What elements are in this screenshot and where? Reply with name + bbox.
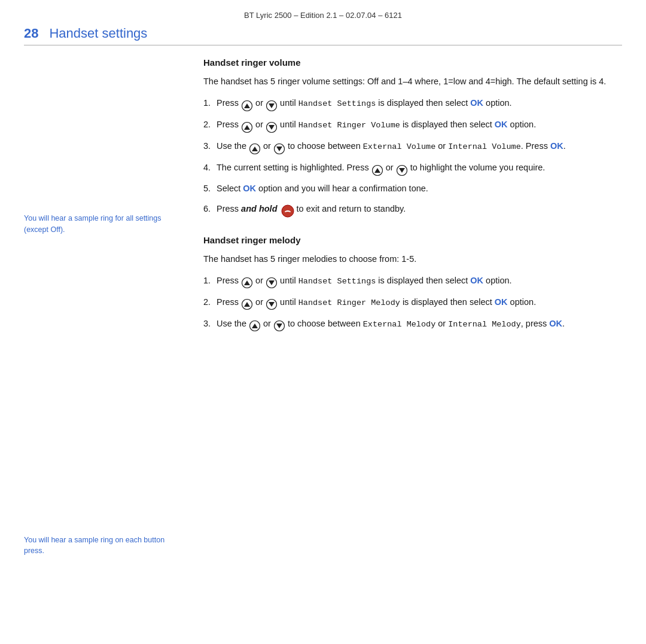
up-arrow-icon [242,99,252,109]
step-rv-3: 3. Use the or to choose between External… [203,139,622,154]
main-content: Handset ringer volume The handset has 5 … [191,45,646,557]
step-rv-5: 5. Select OK option and you will hear a … [203,182,622,195]
up-arrow-icon [249,141,260,152]
up-arrow-icon [249,319,260,329]
step-rv-6: 6. Press and hold to exit and return to … [203,202,622,215]
step-rm-3: 3. Use the or to choose between External… [203,317,622,331]
up-arrow-icon [242,297,252,308]
ringer-melody-title: Handset ringer melody [203,235,622,245]
down-arrow-icon [266,297,277,308]
section-title: Handset settings [49,26,147,41]
step-rv-4: 4. The current setting is highlighted. P… [203,161,622,174]
ringer-volume-section: Handset ringer volume The handset has 5 … [203,57,622,216]
down-arrow-icon [397,163,407,173]
sidebar-note-2: You will hear a sample ring on each butt… [24,535,179,557]
end-call-icon [281,203,293,215]
up-arrow-icon [242,120,252,131]
ringer-volume-steps: 1. Press or until Handset Settings is di… [203,96,622,215]
down-arrow-icon [266,120,277,131]
ringer-melody-steps: 1. Press or until Handset Settings is di… [203,274,622,331]
page-header: BT Lyric 2500 – Edition 2.1 – 02.07.04 –… [0,0,646,26]
ringer-melody-desc: The handset has 5 ringer melodies to cho… [203,252,622,265]
section-number: 28 [24,26,38,41]
sidebar: You will hear a sample ring for all sett… [0,45,191,557]
up-arrow-icon [372,163,383,173]
ringer-volume-desc: The handset has 5 ringer volume settings… [203,75,622,88]
down-arrow-icon [274,141,285,152]
down-arrow-icon [266,99,277,109]
down-arrow-icon [274,319,285,329]
step-rv-1: 1. Press or until Handset Settings is di… [203,96,622,111]
step-rm-1: 1. Press or until Handset Settings is di… [203,274,622,288]
step-rv-2: 2. Press or until Handset Ringer Volume … [203,118,622,132]
step-rm-2: 2. Press or until Handset Ringer Melody … [203,295,622,310]
ringer-volume-title: Handset ringer volume [203,57,622,68]
ringer-melody-section: Handset ringer melody The handset has 5 … [203,235,622,331]
down-arrow-icon [266,276,277,286]
sidebar-note-1: You will hear a sample ring for all sett… [24,213,179,236]
up-arrow-icon [242,276,252,286]
